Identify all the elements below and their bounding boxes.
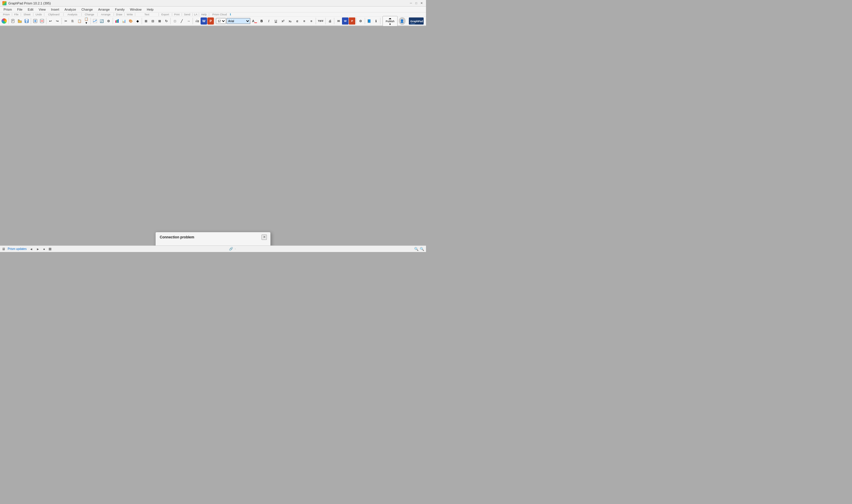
equation-button[interactable]: √α [194,17,200,24]
change-style-button[interactable]: 🎨 [127,17,134,24]
svg-line-16 [96,20,97,20]
tb-label-la: LA [193,13,199,16]
title-bar-left: GraphPad Prism 10.2.1 (395) [2,1,51,5]
minimize-button[interactable]: ─ [409,1,413,5]
graphpad-logo-svg: GraphPad Prism [409,17,424,24]
prism-app-icon [2,1,6,5]
change-section: 📊 🎨 ◆ [114,17,141,24]
subscript-button[interactable]: x₂ [287,17,293,24]
tb-label-write: Write [125,13,134,16]
maximize-button[interactable]: □ [414,1,418,5]
save-button[interactable] [23,17,30,24]
cut-button[interactable]: ✂ [63,17,69,24]
undo-button[interactable]: ↩ [47,17,54,24]
nav-grid-button[interactable]: ▦ [48,247,52,251]
align-left-button[interactable]: ≡ [301,17,308,24]
add-sheet-button[interactable] [32,17,38,24]
write-pp-button[interactable]: P [207,17,214,24]
menu-window[interactable]: Window [127,7,144,12]
help-info-button[interactable]: ℹ [373,17,379,24]
tb-label-export: Export [159,13,171,16]
window-title: GraphPad Prism 10.2.1 (395) [8,1,51,5]
help-main-button[interactable]: 📘 [366,17,373,24]
sep14 [192,13,193,16]
export-tiff-button[interactable]: TIFF [316,17,325,24]
font-family-select[interactable]: Arial [226,18,250,24]
font-color-button[interactable]: A▁ [251,17,258,24]
draw-line-button[interactable]: ╱ [178,17,185,24]
write-w-button[interactable]: W [201,17,207,24]
tb-sep-4 [61,18,62,24]
email-button[interactable]: ✉ [335,17,342,24]
draw-rect-button[interactable]: □ [171,17,178,24]
publish-button[interactable]: ☁ Publish ▼ [382,16,398,26]
sep1 [12,13,12,16]
tb-sep-10 [215,18,215,24]
draw-arrow-button[interactable]: → [185,17,192,24]
paste-special-button[interactable]: 📋▾ [83,17,90,24]
superscript-button[interactable]: x² [280,17,286,24]
nav-refresh-button[interactable]: ● [42,247,46,251]
rotate-button[interactable]: ↻ [163,17,169,24]
open-button[interactable] [17,17,23,24]
status-bar: 🖥 Prism updates ◄ ► ● ▦ 🔗 · 🔍 🔍 [0,246,426,252]
font-size-select[interactable]: 12 [216,18,226,24]
nav-prev-button[interactable]: ◄ [29,247,33,251]
menu-insert[interactable]: Insert [49,7,61,12]
ppt-send-button[interactable]: P [349,17,355,24]
underline-button[interactable]: U [273,17,279,24]
prism-updates-text[interactable]: Prism updates [8,247,26,251]
menu-bar: Prism File Edit View Insert Analyze Chan… [0,6,426,13]
change-graph-button[interactable] [114,17,121,24]
change-data-button[interactable]: 📊 [121,17,127,24]
menu-edit[interactable]: Edit [25,7,36,12]
align-right-button[interactable]: ≡ [308,17,315,24]
svg-text:GraphPad: GraphPad [410,20,423,23]
redo-button[interactable]: ↪ [54,17,61,24]
analyze-button[interactable] [92,17,98,24]
menu-family[interactable]: Family [113,7,127,12]
analysis-params-button[interactable]: ⚙ [105,17,112,24]
menu-view[interactable]: View [36,7,48,12]
new-button[interactable] [10,17,16,24]
tb-label-send: Send [182,13,192,16]
greek-button[interactable]: α [294,17,301,24]
menu-arrange[interactable]: Arrange [96,7,112,12]
clipboard-section: ✂ ⎘ 📋 📋▾ [63,17,90,24]
close-button[interactable]: ✕ [419,1,424,5]
tb-sep-16 [380,18,380,24]
dialog-close-button[interactable]: ✕ [261,235,267,240]
change-symbol-button[interactable]: ◆ [134,17,141,24]
bold-button[interactable]: B [258,17,265,24]
menu-file[interactable]: File [15,7,25,12]
sep12 [172,13,172,16]
nav-play-button[interactable]: ► [36,247,40,251]
user-avatar[interactable]: 👤 [399,17,405,25]
paste-button[interactable]: 📋 [76,17,83,24]
zoom-out-button[interactable]: 🔍 [414,247,419,251]
menu-help[interactable]: Help [144,7,156,12]
size-button[interactable]: ⊠ [156,17,163,24]
tb-sep-12 [325,18,326,24]
arrange-layout-button[interactable]: ⊞ [143,17,149,24]
menu-change[interactable]: Change [79,7,95,12]
sep2 [21,13,21,16]
tb-label-print: Print [173,13,182,16]
italic-button[interactable]: I [266,17,272,24]
la-settings-button[interactable]: ⚙ [357,17,364,24]
delete-sheet-button[interactable] [39,17,45,24]
tb-sep-9 [193,18,193,24]
send-section: ✉ W P [335,17,355,24]
menu-analyze[interactable]: Analyze [62,7,78,12]
menu-prism[interactable]: Prism [1,7,14,12]
print-button[interactable]: 🖨 [327,17,333,24]
word-send-button[interactable]: W [342,17,348,24]
copy-button[interactable]: ⎘ [70,17,76,24]
align-button[interactable]: ⊟ [149,17,156,24]
reanalyze-button[interactable]: 🔄 [98,17,105,24]
dialog-titlebar: Connection problem ✕ [156,232,270,242]
tb-sep-1 [8,18,9,24]
analysis-section: 🔄 ⚙ [92,17,112,24]
sep15 [199,13,199,16]
zoom-in-button[interactable]: 🔍 [420,247,424,251]
